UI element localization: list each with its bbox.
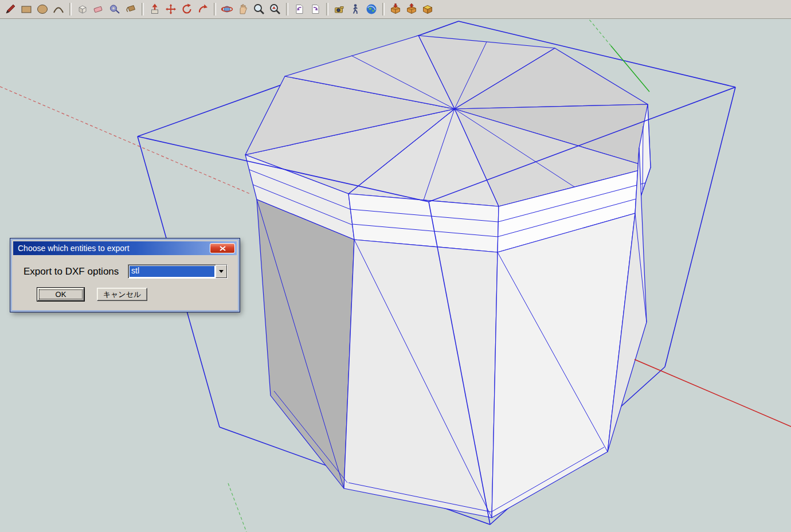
rotate-tool-button[interactable] (179, 1, 195, 17)
position-camera-button[interactable] (331, 1, 347, 17)
hand-icon (237, 3, 249, 15)
component-cube-icon (76, 3, 89, 15)
toolbar-separator (214, 3, 216, 15)
circle-icon (36, 3, 49, 15)
orbit-tool-button[interactable] (219, 1, 235, 17)
walk-tool-button[interactable] (347, 1, 363, 17)
orbit-icon (221, 3, 233, 15)
make-component-button[interactable] (75, 1, 91, 17)
toolbar-separator (142, 3, 144, 15)
get-models-button[interactable] (387, 1, 404, 17)
dialog-title: Choose which entities to export (18, 244, 130, 253)
share-model-button[interactable] (404, 1, 420, 17)
export-format-label: Export to DXF options (24, 266, 128, 277)
warehouse-crate-icon (421, 3, 434, 15)
dialog-body: Export to DXF options stl OK キャンセル (13, 255, 237, 309)
tape-measure-icon (108, 3, 121, 15)
toolbar-separator (326, 3, 328, 15)
push-pull-tool-button[interactable] (147, 1, 163, 17)
google-earth-button[interactable] (363, 1, 379, 17)
globe-icon (365, 3, 378, 15)
dialog-titlebar[interactable]: Choose which entities to export (13, 241, 237, 255)
eraser-tool-button[interactable] (91, 1, 107, 17)
rotate-icon (181, 3, 193, 15)
crate-upload-icon (405, 3, 418, 15)
eraser-icon (92, 3, 105, 15)
push-pull-icon (148, 3, 161, 15)
camera-icon (333, 3, 346, 15)
toolbar-separator (286, 3, 288, 15)
combobox-dropdown-button[interactable] (216, 265, 227, 278)
circle-tool-button[interactable] (34, 1, 50, 17)
arc-tool-button[interactable] (50, 1, 66, 17)
previous-view-button[interactable] (291, 1, 307, 17)
next-view-button[interactable] (307, 1, 323, 17)
paint-bucket-icon (124, 3, 137, 15)
offset-tool-button[interactable] (195, 1, 211, 17)
move-arrows-icon (165, 3, 177, 15)
warehouse-box-button[interactable] (420, 1, 436, 17)
walking-person-icon (349, 3, 362, 15)
magnifier-extents-icon (269, 3, 281, 15)
format-combobox[interactable]: stl (128, 264, 228, 279)
toolbar (0, 0, 791, 19)
toolbar-separator (382, 3, 385, 15)
close-button[interactable] (210, 243, 235, 253)
zoom-extents-tool-button[interactable] (267, 1, 283, 17)
move-tool-button[interactable] (163, 1, 179, 17)
toolbar-separator (69, 3, 72, 15)
line-tool-button[interactable] (2, 1, 18, 17)
export-options-dialog: Choose which entities to export Export t… (10, 238, 240, 312)
close-icon (220, 246, 226, 251)
rectangle-icon (20, 3, 33, 15)
combobox-selected-value: stl (130, 266, 214, 277)
rectangle-tool-button[interactable] (18, 1, 34, 17)
previous-view-icon (293, 3, 306, 15)
arc-icon (52, 3, 65, 15)
tape-measure-tool-button[interactable] (107, 1, 123, 17)
crate-download-icon (389, 3, 402, 15)
magnifier-icon (253, 3, 265, 15)
zoom-tool-button[interactable] (251, 1, 267, 17)
ok-button[interactable]: OK (37, 288, 84, 301)
chevron-down-icon (219, 270, 224, 273)
next-view-icon (309, 3, 322, 15)
pan-tool-button[interactable] (235, 1, 251, 17)
offset-icon (197, 3, 209, 15)
pencil-icon (4, 3, 17, 15)
paint-bucket-tool-button[interactable] (123, 1, 139, 17)
cancel-button[interactable]: キャンセル (97, 288, 147, 301)
